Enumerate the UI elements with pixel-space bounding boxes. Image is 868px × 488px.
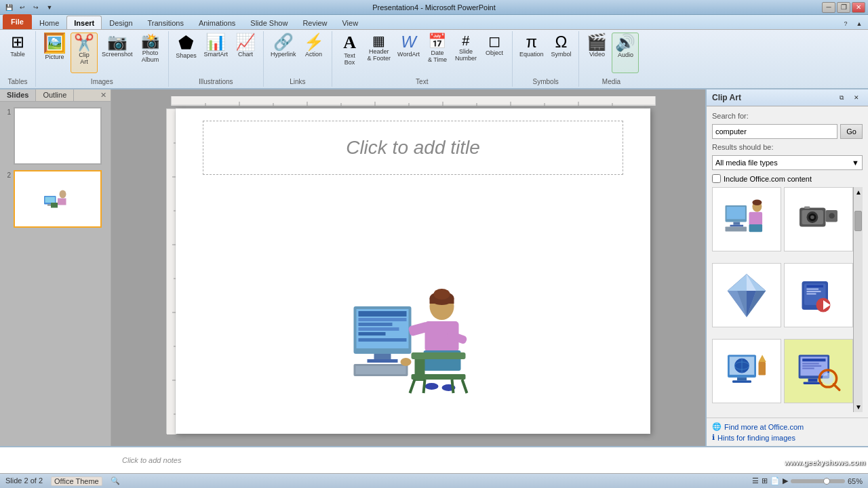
picture-btn[interactable]: 🖼️ Picture bbox=[40, 33, 69, 73]
clipart-label: ClipArt bbox=[79, 52, 90, 66]
object-btn[interactable]: ◻ Object bbox=[481, 33, 508, 73]
photoalbum-btn[interactable]: 📸 PhotoAlbum bbox=[137, 33, 164, 73]
redo-quick-btn[interactable]: ↪ bbox=[30, 2, 42, 13]
slide-thumbnail-1[interactable] bbox=[14, 107, 102, 165]
clipart-item-4[interactable] bbox=[784, 263, 853, 327]
view-slidesorter-btn[interactable]: ⊞ bbox=[762, 476, 768, 485]
equation-btn[interactable]: π Equation bbox=[517, 33, 547, 73]
textbox-btn[interactable]: A TextBox bbox=[336, 33, 363, 73]
clipart-btn[interactable]: ✂️ ClipArt bbox=[71, 33, 98, 73]
minimize-ribbon-btn[interactable]: ▲ bbox=[853, 18, 865, 29]
view-normal-btn[interactable]: ☰ bbox=[752, 476, 759, 485]
scroll-thumb[interactable] bbox=[854, 211, 862, 231]
shapes-btn[interactable]: ⬟ Shapes bbox=[173, 33, 200, 73]
svg-rect-66 bbox=[726, 226, 747, 231]
svg-rect-43 bbox=[356, 366, 406, 374]
svg-rect-21 bbox=[167, 109, 176, 434]
tab-insert[interactable]: Insert bbox=[66, 16, 102, 29]
images-group-label: Images bbox=[91, 77, 113, 85]
clipart-scrollbar[interactable]: ▲ ▼ bbox=[853, 187, 863, 412]
slide-info: Slide 2 of 2 bbox=[5, 476, 43, 486]
chart-btn[interactable]: 📈 Chart bbox=[232, 33, 259, 73]
tab-review[interactable]: Review bbox=[295, 16, 334, 29]
symbol-btn[interactable]: Ω Symbol bbox=[547, 33, 574, 73]
dropdown-quick-btn[interactable]: ▼ bbox=[43, 2, 56, 13]
video-label: Video bbox=[589, 52, 605, 58]
hints-link[interactable]: ℹ Hints for finding images bbox=[712, 433, 863, 442]
video-btn[interactable]: 🎬 Video bbox=[583, 33, 610, 73]
tab-transitions[interactable]: Transitions bbox=[140, 16, 191, 29]
datetime-label: Date& Time bbox=[428, 50, 447, 64]
include-office-label: Include Office.com content bbox=[724, 175, 812, 183]
tab-slideshow[interactable]: Slide Show bbox=[243, 16, 295, 29]
slide-thumbnail-2[interactable] bbox=[14, 170, 102, 228]
ruler-h-svg bbox=[172, 96, 655, 106]
include-office-checkbox[interactable] bbox=[712, 174, 721, 183]
tab-view[interactable]: View bbox=[334, 16, 366, 29]
save-quick-btn[interactable]: 💾 bbox=[3, 2, 15, 13]
undo-quick-btn[interactable]: ↩ bbox=[16, 2, 28, 13]
screenshot-btn[interactable]: 📷 Screenshot bbox=[99, 33, 136, 73]
svg-rect-6 bbox=[172, 96, 655, 106]
scroll-up-btn[interactable]: ▲ bbox=[854, 187, 863, 197]
tab-design[interactable]: Design bbox=[102, 16, 140, 29]
svg-point-47 bbox=[434, 289, 450, 300]
zoom-handle[interactable] bbox=[823, 478, 830, 485]
wordart-btn[interactable]: W WordArt bbox=[395, 33, 422, 73]
slide-canvas-wrapper: Click to add title bbox=[166, 108, 650, 434]
minimize-btn[interactable]: ─ bbox=[822, 2, 835, 13]
clipart-panel-undock-btn[interactable]: ⧉ bbox=[835, 92, 848, 103]
audio-btn[interactable]: 🔊 Audio bbox=[612, 33, 639, 73]
theme-info: Office Theme bbox=[51, 476, 102, 486]
table-btn[interactable]: ⊞ Table bbox=[4, 33, 31, 73]
search-input[interactable] bbox=[712, 124, 837, 139]
datetime-icon: 📅 bbox=[428, 34, 446, 49]
equation-label: Equation bbox=[519, 52, 544, 58]
hyperlink-btn[interactable]: 🔗 Hyperlink bbox=[268, 33, 299, 73]
header-footer-btn[interactable]: ▦ Header& Footer bbox=[365, 33, 394, 73]
tab-home[interactable]: Home bbox=[32, 16, 66, 29]
screenshot-label: Screenshot bbox=[102, 52, 133, 58]
clipart-item-6[interactable] bbox=[784, 339, 853, 403]
svg-line-60 bbox=[424, 380, 425, 393]
slide-thumb-1[interactable]: 1 bbox=[3, 107, 108, 165]
help-btn[interactable]: ? bbox=[840, 18, 852, 29]
clipart-item-3[interactable] bbox=[712, 263, 781, 327]
tab-animations[interactable]: Animations bbox=[191, 16, 243, 29]
office-link[interactable]: 🌐 Find more at Office.com bbox=[712, 422, 863, 431]
title-placeholder[interactable]: Click to add title bbox=[203, 121, 623, 175]
clipart-panel-close-btn[interactable]: ✕ bbox=[850, 92, 863, 103]
slide-canvas[interactable]: Click to add title bbox=[176, 108, 650, 434]
title-bar-left: 💾 ↩ ↪ ▼ bbox=[3, 2, 56, 13]
images-items: 🖼️ Picture ✂️ ClipArt 📷 Screenshot 📸 Pho… bbox=[40, 33, 164, 77]
tab-file[interactable]: File bbox=[3, 14, 32, 29]
outline-tab[interactable]: Outline bbox=[36, 89, 74, 101]
close-btn[interactable]: ✕ bbox=[852, 2, 865, 13]
svg-line-59 bbox=[462, 380, 467, 393]
media-type-dropdown[interactable]: All media file types ▼ bbox=[712, 155, 863, 170]
clipart-item-1[interactable] bbox=[712, 187, 781, 251]
view-reading-btn[interactable]: 📄 bbox=[770, 476, 780, 485]
svg-point-77 bbox=[829, 213, 834, 218]
go-button[interactable]: Go bbox=[840, 124, 863, 139]
action-btn[interactable]: ⚡ Action bbox=[300, 33, 328, 73]
notes-area[interactable]: Click to add notes bbox=[0, 446, 868, 473]
svg-rect-37 bbox=[359, 327, 399, 331]
clipart-item-2[interactable] bbox=[784, 187, 853, 251]
clipart-item-5[interactable] bbox=[712, 339, 781, 403]
scroll-down-btn[interactable]: ▼ bbox=[854, 402, 863, 412]
clipart-5-svg bbox=[723, 348, 770, 395]
svg-point-68 bbox=[752, 199, 762, 205]
slidenumber-btn[interactable]: # SlideNumber bbox=[452, 33, 479, 73]
slide-clipart[interactable] bbox=[351, 286, 476, 396]
restore-btn[interactable]: ❐ bbox=[837, 2, 850, 13]
view-slideshow-btn[interactable]: ▶ bbox=[783, 476, 788, 485]
slides-tab[interactable]: Slides bbox=[0, 89, 36, 101]
close-panel-btn[interactable]: ✕ bbox=[96, 89, 111, 101]
zoom-slider[interactable] bbox=[791, 479, 845, 483]
svg-rect-5 bbox=[51, 203, 58, 208]
object-label: Object bbox=[486, 50, 503, 57]
smartart-btn[interactable]: 📊 SmartArt bbox=[201, 33, 231, 73]
slide-thumb-2[interactable]: 2 bbox=[3, 170, 108, 228]
datetime-btn[interactable]: 📅 Date& Time bbox=[424, 33, 451, 73]
